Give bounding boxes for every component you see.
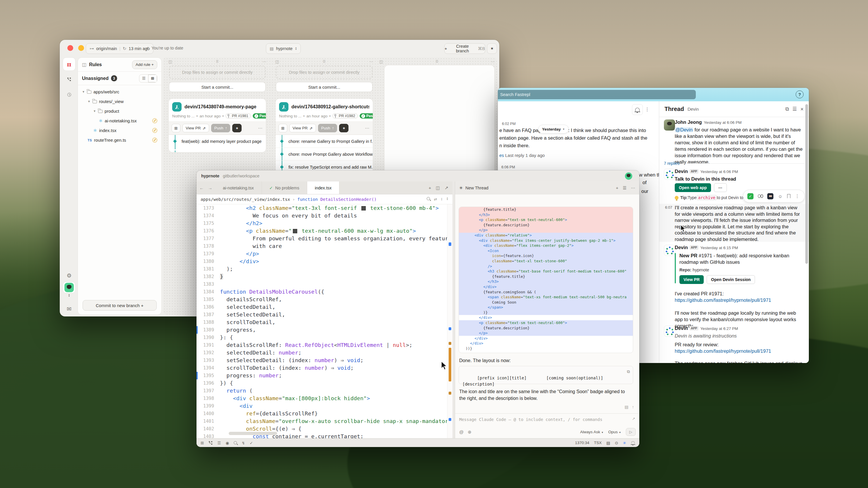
ai-sparkle-button[interactable]: ✶: [487, 43, 497, 54]
message-timestamp[interactable]: Yesterday at 6:27 PM: [701, 326, 738, 331]
runner-icon[interactable]: ↯: [242, 441, 245, 445]
outline-panel-icon[interactable]: ☰: [217, 441, 221, 445]
scroll-up-icon[interactable]: ↑: [632, 404, 634, 409]
code-line[interactable]: 1398 <div className="max-[800px]:block h…: [196, 395, 447, 402]
zoom-pane-icon[interactable]: ↗: [444, 185, 448, 191]
search-icon[interactable]: [427, 197, 430, 200]
terminal-icon[interactable]: ⊙: [615, 441, 618, 445]
ai-actions-button[interactable]: ✶: [232, 124, 242, 132]
commit-to-new-branch-button[interactable]: Commit to new branch +: [83, 300, 157, 311]
thread-list-icon[interactable]: ☰: [623, 186, 627, 190]
view-pr-button[interactable]: View PR⇗: [182, 124, 209, 132]
add-context-icon[interactable]: ⊕: [468, 429, 471, 435]
copilot-icon[interactable]: ▤: [607, 441, 610, 445]
project-panel-icon[interactable]: ⊞: [200, 441, 204, 445]
code-line[interactable]: 1377 From powerful editing to seamless o…: [196, 235, 447, 242]
code-line[interactable]: 1378 with care: [196, 242, 447, 250]
add-rule-button[interactable]: Add rule +: [132, 60, 157, 69]
popout-icon[interactable]: ⧉: [785, 106, 789, 112]
thread-scrollbar[interactable]: [805, 104, 808, 264]
commit-row[interactable]: feat(web): add memory layer product page: [169, 135, 266, 148]
copy-icon[interactable]: ⧉: [627, 368, 630, 375]
notification-bell-icon[interactable]: [631, 441, 635, 444]
base-branch-pill[interactable]: ⊶ origin/main | ↻ 13 min ago: [86, 43, 153, 54]
code-line[interactable]: 1392 selectedDetail: number;: [196, 349, 447, 357]
rail-collapse-button[interactable]: ▲▼: [63, 292, 75, 299]
more-icon[interactable]: ⋯: [631, 186, 636, 190]
notifications-bell-button[interactable]: [632, 104, 643, 115]
tree-view-icon[interactable]: ⊞: [148, 75, 157, 82]
push-button[interactable]: Push↑: [211, 124, 230, 132]
git-panel-icon[interactable]: [209, 441, 213, 445]
language-mode[interactable]: TSX: [594, 441, 601, 445]
rail-feedback-button[interactable]: ✉: [63, 302, 75, 316]
tab-ai-notetaking[interactable]: ai-notetaking.tsx: [215, 182, 262, 194]
code-line[interactable]: 1384function DetailsMobileCarousel({: [196, 288, 447, 296]
code-line[interactable]: 1385 detailsScrollRef,: [196, 296, 447, 303]
code-line[interactable]: 1388 scrollToDetail,: [196, 319, 447, 326]
collab-panel-icon[interactable]: ◉: [225, 441, 229, 445]
rail-profile-button[interactable]: [63, 282, 75, 293]
new-tab-icon[interactable]: +: [428, 185, 431, 190]
code-line[interactable]: 1373 <h2 className="text-3xl font-serif …: [196, 204, 447, 212]
mention-context-icon[interactable]: @: [459, 429, 464, 434]
nav-back-icon[interactable]: ←: [199, 185, 204, 190]
code-line[interactable]: 1393 setSelectedDetail: (index: number) …: [196, 357, 447, 364]
create-branch-button[interactable]: + Create branch ⌘B: [444, 43, 485, 54]
pr-link[interactable]: https://github.com/fastrepl/hyprnote/pul…: [675, 348, 771, 354]
view-pr-button[interactable]: View PR: [679, 275, 704, 284]
nav-forward-icon[interactable]: →: [208, 185, 212, 190]
pr-badge[interactable]: PR #1981: [225, 113, 251, 119]
editor-branch-name[interactable]: gitbutler/workspace: [223, 173, 259, 178]
panel-icon[interactable]: ◫: [168, 59, 172, 64]
drop-files-zone[interactable]: Drop files to assign or commit directly: [169, 66, 266, 79]
slack-search-input[interactable]: Search Fastrepl: [498, 90, 696, 99]
tab-index-tsx[interactable]: index.tsx: [307, 182, 339, 194]
view-toggle[interactable]: ☰⊞: [139, 74, 157, 83]
branch-card[interactable]: Ydevin/1764380749-memory-pageNothing to …: [168, 98, 266, 153]
horizontal-scrollbar[interactable]: [229, 432, 277, 435]
cursor-position[interactable]: 1370:34: [575, 441, 589, 445]
breadcrumb[interactable]: apps/web/src/routes/_view/index.tsx › fu…: [196, 194, 453, 204]
replace-icon[interactable]: ⇄: [434, 197, 437, 201]
drop-files-zone[interactable]: Drop files to assign or commit directly: [276, 66, 372, 79]
code-line[interactable]: 1376 <p className=" text-neutral-600 max…: [196, 227, 447, 235]
markdown-file-icon[interactable]: ▤: [625, 404, 628, 409]
save-for-later-button[interactable]: [787, 194, 790, 198]
drag-handle-icon[interactable]: ⠿: [323, 59, 326, 64]
pr-link[interactable]: https://github.com/fastrepl/hyprnote/pul…: [675, 297, 771, 303]
message-timestamp[interactable]: Yesterday at 6:15 PM: [701, 246, 738, 250]
rail-workspace-button[interactable]: π: [63, 57, 75, 71]
view-pr-button[interactable]: View PR⇗: [289, 124, 316, 132]
user-mention[interactable]: @Devin: [675, 127, 693, 132]
cursor-icon[interactable]: I: [441, 197, 442, 201]
code-line[interactable]: 1397 return (: [196, 387, 447, 395]
commit-row[interactable]: chore: move Prompt Gallery above Workflo…: [276, 148, 373, 160]
date-jump-pill[interactable]: Yesterday▼: [538, 125, 569, 133]
collaborator-avatar[interactable]: [625, 172, 632, 180]
more-icon[interactable]: ⋯: [365, 126, 370, 131]
code-line[interactable]: 1394 scrollToDetail: (index: number) ⇒ v…: [196, 364, 447, 372]
techie-reaction-button[interactable]: [767, 193, 773, 199]
rail-branches-button[interactable]: [63, 73, 75, 86]
drag-handle-icon[interactable]: ⠿: [216, 59, 219, 64]
permission-mode-select[interactable]: Always Ask ▼: [580, 430, 603, 434]
close-icon[interactable]: ×: [800, 106, 804, 112]
panel-icon[interactable]: ◫: [275, 59, 279, 64]
tree-folder-row[interactable]: ▼routes/_view: [78, 97, 161, 106]
archive-command-chip[interactable]: archive: [697, 195, 717, 200]
help-button[interactable]: ?: [796, 91, 804, 98]
code-line[interactable]: 1395 progress: number;: [196, 372, 447, 380]
code-line[interactable]: 1400 ref={detailsScrollRef}: [196, 410, 447, 418]
code-editor[interactable]: 1373 <h2 className="text-3xl font-serif …: [196, 204, 447, 438]
editor-project-name[interactable]: hyprnote: [201, 173, 219, 178]
code-line[interactable]: 1374 We focus on every bit of details: [196, 212, 447, 220]
code-line[interactable]: 1386 selectedDetail,: [196, 303, 447, 311]
code-line[interactable]: 1387 setSelectedDetail,: [196, 311, 447, 319]
code-line[interactable]: 1381 );: [196, 265, 447, 273]
new-thread-icon[interactable]: +: [616, 186, 618, 190]
peek-replies-link[interactable]: es Last reply 1 day ago: [499, 153, 545, 158]
push-button[interactable]: Push↑: [318, 124, 337, 132]
ai-assistant-icon[interactable]: ✳: [623, 441, 626, 445]
chevron-down-icon[interactable]: ▼: [88, 100, 91, 103]
